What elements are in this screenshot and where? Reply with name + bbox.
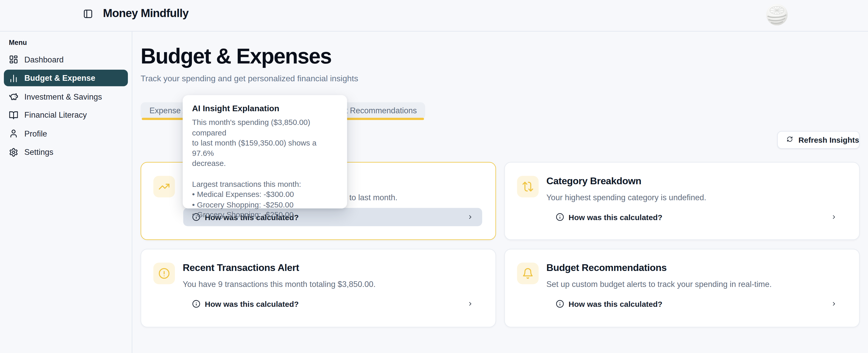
sidebar-nav: Dashboard Budget & Expense Investment & …: [0, 51, 131, 162]
user-icon: [9, 129, 18, 138]
app-window: Money Mindfully: [0, 0, 868, 353]
page-subtitle: Track your spending and get personalized…: [141, 73, 358, 82]
sidebar-item-label: Financial Literacy: [24, 111, 87, 119]
card-description: Set up custom budget alerts to track you…: [547, 280, 772, 288]
chevron-right-icon: [831, 301, 837, 307]
card-description: Your highest spending category is undefi…: [547, 193, 706, 202]
sidebar: Menu Dashboard Budget & Expense Investme…: [0, 31, 132, 353]
sidebar-item-label: Settings: [24, 148, 53, 156]
tooltip-body: This month's spending ($3,850.00) compar…: [192, 117, 338, 220]
card-category-breakdown: Category Breakdown Your highest spending…: [504, 162, 860, 240]
how-calculated-link[interactable]: How was this calculated?: [547, 295, 846, 313]
info-icon: [556, 299, 564, 308]
sidebar-item-profile[interactable]: Profile: [4, 125, 128, 142]
sidebar-item-financial-literacy[interactable]: Financial Literacy: [4, 107, 128, 123]
avatar[interactable]: [766, 4, 788, 26]
card-recent-transactions-alert: Recent Transactions Alert You have 9 tra…: [141, 249, 496, 327]
chevron-right-icon: [467, 214, 473, 220]
refresh-insights-label: Refresh Insights: [799, 136, 859, 144]
bar-chart-icon: [9, 73, 18, 82]
how-calculated-label: How was this calculated?: [205, 299, 299, 308]
app-title: Money Mindfully: [103, 7, 189, 20]
piggy-bank-icon: [9, 92, 18, 101]
sidebar-item-label: Budget & Expense: [24, 74, 95, 82]
info-icon: [192, 299, 200, 308]
refresh-icon: [786, 136, 793, 144]
sidebar-toggle-icon[interactable]: [83, 9, 93, 19]
how-calculated-label: How was this calculated?: [568, 299, 662, 308]
card-title: Budget Recommendations: [547, 262, 667, 274]
gear-icon: [9, 147, 18, 156]
bell-icon: [517, 263, 538, 284]
chevron-right-icon: [831, 214, 837, 220]
sidebar-menu-label: Menu: [9, 38, 27, 46]
sidebar-item-investment-savings[interactable]: Investment & Savings: [4, 88, 128, 105]
repeat-icon: [517, 176, 538, 198]
card-description-fragment: to last month.: [349, 193, 398, 202]
card-title: Category Breakdown: [547, 175, 641, 187]
card-description: You have 9 transactions this month total…: [183, 280, 376, 288]
alert-circle-icon: [153, 263, 175, 284]
page-title: Budget & Expenses: [141, 44, 331, 68]
card-budget-recommendations: Budget Recommendations Set up custom bud…: [504, 249, 860, 327]
dashboard-grid-icon: [9, 55, 18, 64]
tooltip-title: AI Insight Explanation: [192, 103, 338, 113]
main-content: Budget & Expenses Track your spending an…: [132, 31, 868, 353]
how-calculated-link[interactable]: How was this calculated?: [547, 208, 846, 226]
trending-up-icon: [153, 176, 175, 198]
top-header: Money Mindfully: [0, 0, 868, 31]
sidebar-item-dashboard[interactable]: Dashboard: [4, 51, 128, 68]
ai-insight-tooltip: AI Insight Explanation This month's spen…: [183, 95, 347, 209]
refresh-insights-button[interactable]: Refresh Insights: [777, 131, 860, 149]
sidebar-item-label: Dashboard: [24, 55, 64, 64]
card-title: Recent Transactions Alert: [183, 262, 299, 274]
sidebar-item-settings[interactable]: Settings: [4, 144, 128, 160]
chevron-right-icon: [467, 301, 473, 307]
sidebar-item-label: Investment & Savings: [24, 92, 102, 101]
sidebar-item-budget-expense[interactable]: Budget & Expense: [4, 70, 128, 86]
open-book-icon: [9, 110, 18, 120]
sidebar-item-label: Profile: [24, 129, 47, 138]
how-calculated-label: How was this calculated?: [568, 213, 662, 221]
info-icon: [556, 213, 564, 221]
how-calculated-link[interactable]: How was this calculated?: [183, 295, 482, 313]
